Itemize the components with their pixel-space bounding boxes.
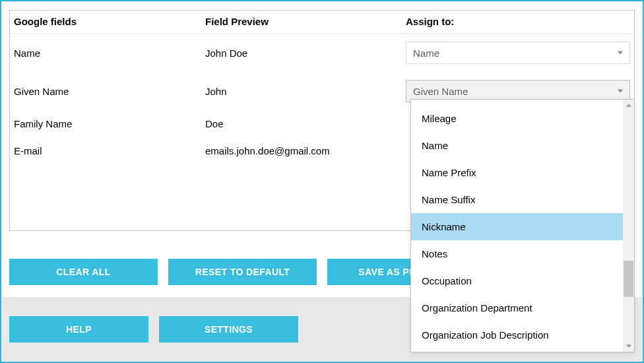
app-window: Google fields Field Preview Assign to: N… — [0, 0, 644, 363]
header-field-preview: Field Preview — [205, 16, 406, 27]
chevron-up-icon — [626, 104, 631, 107]
cell-google-field: Name — [10, 48, 205, 59]
table-header: Google fields Field Preview Assign to: — [10, 11, 634, 34]
header-assign-to: Assign to: — [406, 16, 634, 27]
cell-field-preview: emails.john.doe@gmail.com — [205, 145, 406, 156]
clear-all-button[interactable]: CLEAR ALL — [9, 259, 158, 285]
select-value: Name — [413, 48, 439, 59]
dropdown-scrollbar[interactable] — [623, 100, 634, 352]
dropdown-item[interactable]: Nickname — [411, 213, 623, 240]
dropdown-item[interactable]: Mileage — [411, 105, 623, 132]
cell-google-field: Given Name — [10, 86, 205, 97]
dropdown-list: MileageNameName PrefixName SuffixNicknam… — [411, 100, 623, 352]
scroll-down-button[interactable] — [623, 341, 634, 352]
cell-google-field: E-mail — [10, 145, 205, 156]
dropdown-item[interactable]: Name Prefix — [411, 159, 623, 186]
cell-field-preview: John Doe — [205, 48, 406, 59]
caret-down-icon — [618, 51, 623, 55]
cell-field-preview: Doe — [205, 118, 406, 129]
table-row: NameJohn DoeName — [10, 34, 634, 72]
cell-assign-to: Name — [406, 42, 634, 64]
settings-button[interactable]: SETTINGS — [159, 316, 298, 343]
select-value: Given Name — [413, 86, 468, 97]
help-button[interactable]: HELP — [9, 316, 148, 343]
caret-down-icon — [618, 90, 623, 93]
cell-field-preview: John — [205, 86, 406, 97]
dropdown-item[interactable]: Organization Department — [411, 294, 623, 321]
header-google-fields: Google fields — [10, 16, 205, 27]
chevron-down-icon — [626, 345, 631, 348]
dropdown-item[interactable]: Notes — [411, 240, 623, 267]
scroll-up-button[interactable] — [623, 100, 634, 111]
assign-to-select[interactable]: Name — [406, 42, 630, 64]
dropdown-item[interactable]: Organization Job Description — [411, 321, 623, 348]
dropdown-item[interactable]: Occupation — [411, 267, 623, 294]
dropdown-item[interactable]: Name — [411, 132, 623, 159]
assign-to-dropdown[interactable]: MileageNameName PrefixName SuffixNicknam… — [410, 99, 635, 352]
scroll-thumb[interactable] — [624, 261, 633, 297]
cell-google-field: Family Name — [10, 118, 205, 129]
reset-to-default-button[interactable]: RESET TO DEFAULT — [168, 259, 317, 285]
dropdown-item[interactable]: Name Suffix — [411, 186, 623, 213]
